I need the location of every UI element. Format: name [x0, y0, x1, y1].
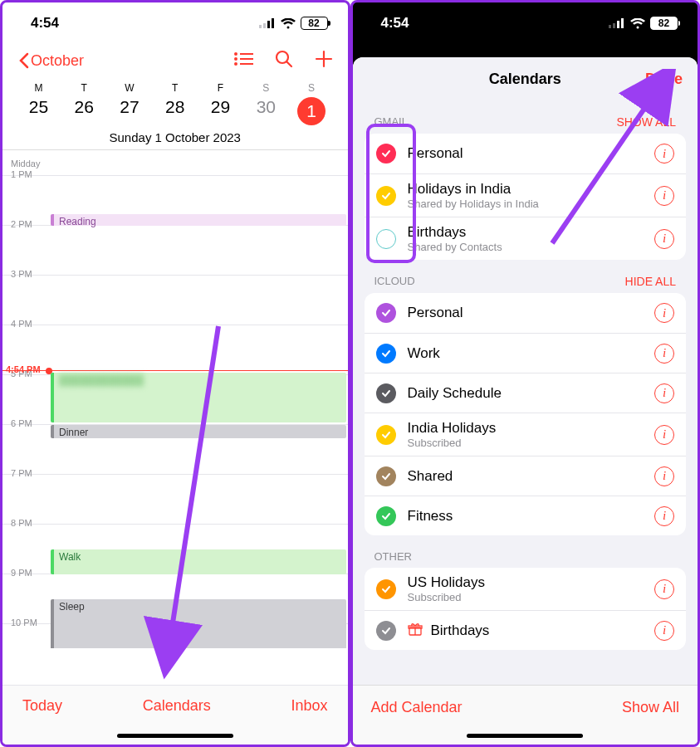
selected-date[interactable]: 1 [297, 97, 326, 125]
check-icon[interactable] [376, 303, 396, 323]
check-icon[interactable] [376, 506, 396, 526]
sheet-header: Calendars Done [353, 57, 698, 100]
calendar-title: Personal [408, 305, 644, 321]
event-current[interactable]: ████████████ [51, 373, 346, 422]
done-button[interactable]: Done [645, 71, 683, 88]
check-icon[interactable] [376, 579, 396, 599]
info-icon[interactable]: i [654, 144, 674, 164]
info-icon[interactable]: i [654, 383, 674, 403]
cellular-icon [259, 18, 276, 28]
calendar-subtitle: Shared by Contacts [408, 241, 644, 253]
check-icon[interactable] [376, 621, 396, 641]
calendar-title: Birthdays [431, 622, 644, 639]
calendar-subtitle: Subscribed [408, 437, 644, 449]
section-action[interactable]: SHOW ALL [616, 115, 676, 129]
info-icon[interactable]: i [654, 303, 674, 323]
search-icon[interactable] [275, 50, 293, 71]
calendar-row[interactable]: BirthdaysShared by Contactsi [365, 217, 687, 260]
section-header-gmail: GMAILSHOW ALL [353, 100, 698, 134]
svg-point-6 [234, 57, 237, 61]
svg-point-8 [234, 62, 237, 66]
svg-rect-18 [621, 18, 624, 28]
now-indicator: 4:54 PM [2, 370, 348, 371]
calendar-row[interactable]: Personali [365, 293, 687, 333]
calendar-title: Fitness [408, 508, 644, 525]
check-icon[interactable] [376, 425, 396, 445]
svg-rect-3 [272, 18, 274, 28]
info-icon[interactable]: i [654, 344, 674, 364]
check-icon[interactable] [376, 144, 396, 164]
check-icon[interactable] [376, 466, 396, 486]
check-icon[interactable] [376, 186, 396, 206]
event-sleep[interactable]: Sleep [51, 599, 346, 648]
home-indicator[interactable] [117, 734, 233, 738]
info-icon[interactable]: i [654, 425, 674, 445]
event-walk[interactable]: Walk [51, 549, 346, 574]
calendar-title: Holidays in India [408, 181, 644, 198]
check-icon[interactable] [376, 344, 396, 364]
check-icon[interactable] [376, 383, 396, 403]
calendar-row[interactable]: Daily Schedulei [365, 373, 687, 413]
svg-rect-5 [240, 53, 253, 55]
status-icons: 82 [259, 17, 328, 30]
back-button[interactable]: October [17, 52, 84, 70]
battery-icon: 82 [301, 17, 328, 30]
calendars-sheet-view: 4:54 82 Calendars Done GMAILSHOW ALLPers… [350, 0, 701, 747]
calendar-row[interactable]: Sharedi [365, 456, 687, 496]
status-bar: 4:54 82 [2, 2, 348, 44]
calendar-row[interactable]: Holidays in IndiaShared by Holidays in I… [365, 173, 687, 217]
calendar-row[interactable]: India HolidaysSubscribedi [365, 413, 687, 456]
calendar-subtitle: Shared by Holidays in India [408, 198, 644, 210]
info-icon[interactable]: i [654, 621, 674, 641]
calendars-button[interactable]: Calendars [143, 697, 211, 715]
list-icon[interactable] [233, 51, 253, 70]
svg-point-4 [234, 52, 237, 56]
calendar-row[interactable]: Birthdaysi [365, 610, 687, 650]
status-bar: 4:54 82 [353, 2, 698, 44]
show-all-button[interactable]: Show All [622, 699, 679, 716]
svg-rect-15 [609, 25, 611, 28]
add-calendar-button[interactable]: Add Calendar [371, 699, 463, 716]
svg-rect-16 [613, 23, 615, 28]
timeline[interactable]: Midday 1 PM 2 PM Reading 3 PM 4 PM 5 PM … [2, 150, 348, 648]
cellular-icon [609, 18, 625, 28]
calendar-title: Work [408, 345, 644, 362]
nav-bar: October [2, 44, 348, 77]
calendar-title: India Holidays [408, 420, 644, 437]
gift-icon [408, 622, 424, 640]
date-row[interactable]: 25 26 27 28 29 30 1 [2, 97, 348, 125]
info-icon[interactable]: i [654, 186, 674, 206]
calendar-day-view: 4:54 82 October M T W T F S S 25 26 27 2… [0, 0, 350, 747]
svg-rect-17 [617, 21, 619, 28]
info-icon[interactable]: i [654, 579, 674, 599]
calendar-row[interactable]: Fitnessi [365, 496, 687, 535]
weekday-row: M T W T F S S [2, 82, 348, 94]
section-header-other: OTHER [353, 535, 698, 568]
svg-line-11 [286, 62, 291, 67]
home-indicator[interactable] [467, 734, 583, 738]
calendar-row[interactable]: Worki [365, 333, 687, 373]
svg-rect-2 [267, 21, 270, 28]
status-time: 4:54 [381, 15, 409, 32]
info-icon[interactable]: i [654, 506, 674, 526]
inbox-button[interactable]: Inbox [291, 697, 327, 715]
calendar-title: Daily Schedule [408, 385, 644, 402]
calendar-group-icloud: PersonaliWorkiDaily ScheduleiIndia Holid… [365, 293, 687, 535]
calendar-row[interactable]: US HolidaysSubscribedi [365, 568, 687, 610]
svg-rect-0 [259, 25, 262, 28]
svg-rect-7 [240, 58, 253, 60]
add-icon[interactable] [315, 50, 333, 71]
info-icon[interactable]: i [654, 466, 674, 486]
check-icon[interactable] [376, 229, 396, 249]
section-action[interactable]: HIDE ALL [625, 275, 676, 288]
event-dinner[interactable]: Dinner [51, 425, 346, 438]
wifi-icon [281, 18, 296, 29]
info-icon[interactable]: i [654, 229, 674, 249]
calendar-group-gmail: PersonaliHolidays in IndiaShared by Holi… [365, 134, 687, 260]
wifi-icon [630, 18, 645, 29]
today-button[interactable]: Today [22, 697, 62, 715]
svg-rect-9 [240, 63, 253, 65]
calendar-title: Birthdays [408, 224, 644, 241]
calendar-row[interactable]: Personali [365, 134, 687, 173]
event-reading[interactable]: Reading [51, 214, 346, 226]
